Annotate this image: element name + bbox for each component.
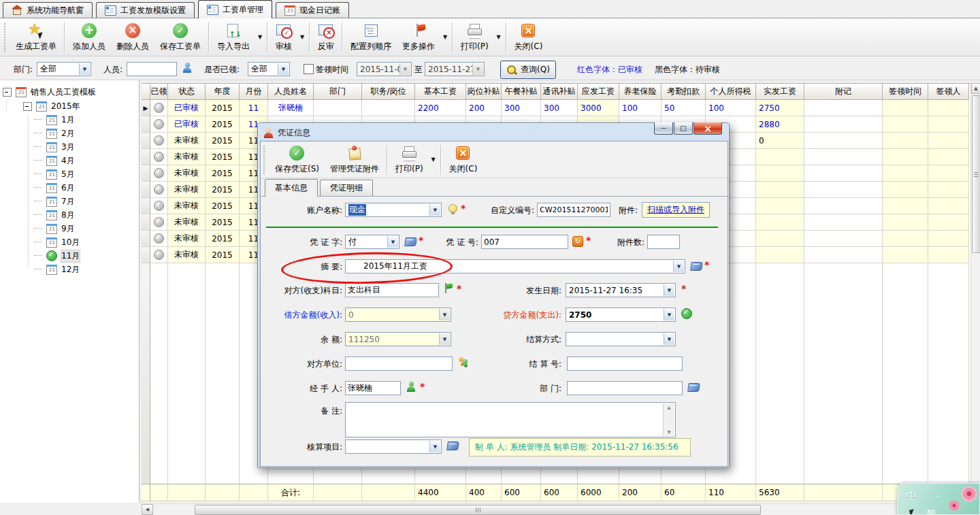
- tab-salary-template-settings[interactable]: 工资发放模版设置: [96, 2, 195, 18]
- tab-system-nav[interactable]: 系统功能导航窗: [3, 2, 93, 18]
- cell-status[interactable]: 未审核: [168, 198, 206, 214]
- cell-year[interactable]: 2015: [206, 165, 240, 182]
- cell-status[interactable]: 未审核: [168, 231, 206, 247]
- cell-signer[interactable]: [928, 231, 969, 247]
- cell-year[interactable]: 2015: [206, 231, 240, 247]
- cell-sign_time[interactable]: [883, 198, 928, 214]
- cell-signer[interactable]: [928, 133, 969, 149]
- occur-date-select[interactable]: 2015-11-27 16:35: [566, 283, 676, 297]
- cell-year[interactable]: 2015: [206, 100, 240, 116]
- dept-select[interactable]: 全部: [37, 62, 91, 76]
- chevron-down-icon[interactable]: [664, 284, 674, 296]
- cell-net[interactable]: 0: [756, 133, 804, 149]
- close-voucher-button[interactable]: 关闭(C): [444, 143, 483, 177]
- sign-time-checkbox[interactable]: [304, 64, 314, 74]
- cell-sign_time[interactable]: [883, 165, 928, 182]
- chevron-down-icon[interactable]: ▼: [429, 156, 438, 163]
- cell-signer[interactable]: [928, 116, 969, 133]
- people-icon[interactable]: [458, 356, 469, 367]
- book-icon[interactable]: [404, 237, 417, 246]
- cell-pension[interactable]: 100: [619, 100, 662, 116]
- tree-node-month-1月[interactable]: 1月: [0, 113, 139, 127]
- cell-note[interactable]: [804, 165, 883, 182]
- import-export-button[interactable]: 导入导出: [212, 20, 255, 54]
- cell-month[interactable]: 11: [240, 100, 268, 116]
- column-header-dept[interactable]: 部门: [314, 84, 362, 100]
- cell-claimed[interactable]: [150, 165, 168, 182]
- chevron-down-icon[interactable]: ▼: [494, 34, 504, 40]
- cell-net[interactable]: [756, 149, 804, 165]
- account-item-select[interactable]: [345, 439, 442, 454]
- column-header-tax[interactable]: 个人所得税: [706, 84, 756, 100]
- person-icon[interactable]: [182, 63, 192, 73]
- counter-unit-input[interactable]: [345, 356, 453, 371]
- cell-note[interactable]: [804, 116, 883, 133]
- cell-status[interactable]: 未审核: [168, 149, 206, 165]
- dialog-titlebar[interactable]: 凭证信息: [263, 126, 310, 139]
- chevron-down-icon[interactable]: [673, 261, 684, 272]
- cell-note[interactable]: [804, 247, 883, 263]
- chevron-down-icon[interactable]: ▼: [255, 34, 265, 40]
- cell-net[interactable]: [756, 182, 804, 198]
- cell-signer[interactable]: [928, 198, 969, 214]
- minimize-button[interactable]: [654, 122, 673, 135]
- column-header-signer[interactable]: 签领人: [928, 84, 969, 100]
- cell-year[interactable]: 2015: [206, 116, 240, 133]
- chevron-down-icon[interactable]: [278, 63, 289, 75]
- cell-note[interactable]: [804, 182, 883, 198]
- tree-node-month-8月[interactable]: 8月: [0, 208, 139, 222]
- manage-voucher-attachments-button[interactable]: 管理凭证附件: [325, 143, 385, 177]
- chevron-down-icon[interactable]: [429, 441, 440, 452]
- cell-status[interactable]: 已审核: [168, 116, 206, 133]
- cell-sign_time[interactable]: [883, 182, 928, 198]
- cell-year[interactable]: 2015: [206, 247, 240, 263]
- debit-select[interactable]: 0: [345, 308, 451, 322]
- bulb-icon[interactable]: [448, 204, 457, 214]
- cell-net[interactable]: 2750: [756, 100, 804, 116]
- textarea-scrollbar[interactable]: ▲▼: [663, 403, 674, 436]
- tab-payroll-management[interactable]: 工资单管理: [198, 0, 272, 18]
- cell-claimed[interactable]: [150, 100, 168, 116]
- cell-claimed[interactable]: [150, 133, 168, 149]
- cell-status[interactable]: 未审核: [168, 214, 206, 231]
- claimed-select[interactable]: 全部: [248, 62, 290, 76]
- ime-punctuation-indicator[interactable]: ；: [933, 488, 943, 501]
- horizontal-scrollbar[interactable]: ◀ ▶: [142, 503, 970, 515]
- close-button[interactable]: 关闭(C): [509, 20, 549, 54]
- balance-select[interactable]: 111250: [345, 332, 451, 346]
- audit-button[interactable]: 审核: [270, 20, 297, 54]
- column-header-attend[interactable]: 考勤扣款: [662, 84, 706, 100]
- book-icon[interactable]: [446, 442, 459, 450]
- summary-select[interactable]: 2015年11月工资: [345, 259, 685, 273]
- chevron-down-icon[interactable]: [664, 309, 674, 320]
- cell-note[interactable]: [804, 100, 883, 116]
- cell-year[interactable]: 2015: [206, 214, 240, 231]
- cell-net[interactable]: [756, 214, 804, 231]
- tab-voucher-detail[interactable]: 凭证明细: [320, 180, 373, 196]
- cell-note[interactable]: [804, 198, 883, 214]
- cell-status[interactable]: 未审核: [168, 247, 206, 263]
- cell-signer[interactable]: [928, 247, 969, 263]
- chevron-down-icon[interactable]: [399, 63, 410, 75]
- tree-node-month-9月[interactable]: 9月: [0, 222, 139, 235]
- flag-icon[interactable]: [443, 283, 454, 294]
- cell-base[interactable]: 2200: [415, 100, 466, 116]
- person-input[interactable]: [127, 62, 177, 76]
- cell-claimed[interactable]: [150, 198, 168, 214]
- dept-field-input[interactable]: [567, 381, 683, 395]
- column-header-gross[interactable]: 应发工资: [578, 84, 619, 100]
- cell-net[interactable]: [756, 231, 804, 247]
- cell-note[interactable]: [804, 214, 883, 231]
- delete-person-button[interactable]: 删除人员: [111, 20, 154, 54]
- cell-dept[interactable]: [314, 100, 362, 116]
- cell-name[interactable]: 张晓楠: [268, 100, 314, 116]
- chevron-down-icon[interactable]: [79, 63, 90, 75]
- more-actions-button[interactable]: 更多操作: [397, 20, 440, 54]
- horizontal-scroll-thumb[interactable]: [195, 505, 761, 515]
- cell-year[interactable]: 2015: [206, 149, 240, 165]
- cell-year[interactable]: 2015: [206, 133, 240, 149]
- cell-tax[interactable]: 100: [706, 100, 756, 116]
- tab-basic-info[interactable]: 基本信息: [265, 179, 318, 197]
- query-button[interactable]: 查询(Q): [500, 61, 556, 79]
- collapse-icon[interactable]: [3, 88, 12, 97]
